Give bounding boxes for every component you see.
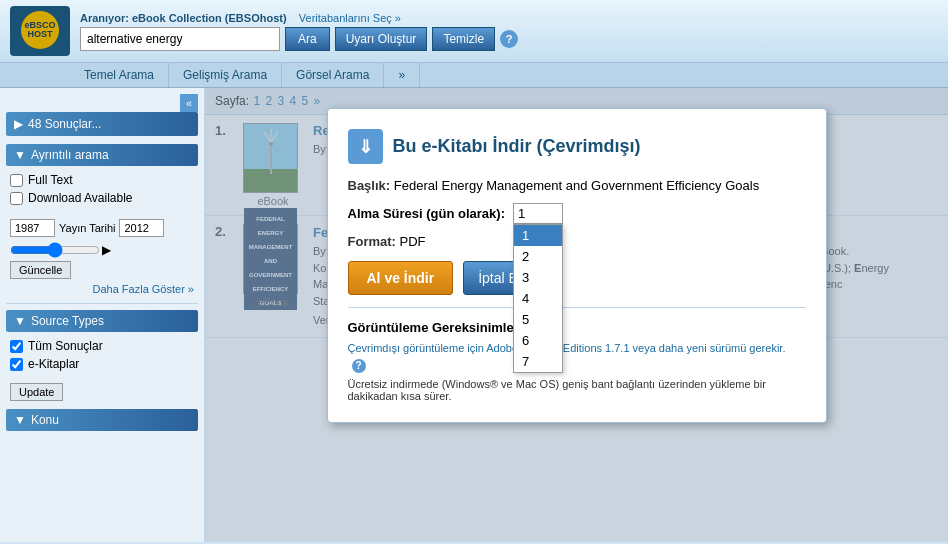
- searching-label: Aranıyor: eBook Collection (EBSOhost) Ve…: [80, 12, 938, 24]
- sidebar-toggle[interactable]: «: [180, 94, 198, 112]
- goruntuleme-text: Çevrimdışı görüntüleme için Adobe® Digit…: [348, 340, 806, 373]
- modal-overlay: ⇓ Bu e-Kitabı İndir (Çevrimdışı) Başlık:…: [205, 88, 948, 542]
- filter-download: Download Available: [6, 189, 198, 207]
- modal-title: ⇓ Bu e-Kitabı İndir (Çevrimdışı): [348, 129, 806, 164]
- ekitaplar-label: e-Kitaplar: [28, 357, 79, 371]
- results-label: 48 Sonuçlar...: [28, 117, 101, 131]
- format-value: PDF: [400, 234, 426, 249]
- content-area: Sayfa: 1 2 3 4 5 » 1.: [205, 88, 948, 542]
- download-icon: ⇓: [348, 129, 383, 164]
- alma-dropdown-wrapper: 1234 567 1 2 3 4 5 6 7: [513, 203, 563, 224]
- tab-gelismis-arama[interactable]: Gelişmiş Arama: [169, 63, 282, 87]
- tum-sonuclar-checkbox[interactable]: [10, 340, 23, 353]
- alma-dropdown-list: 1 2 3 4 5 6 7: [513, 224, 563, 373]
- modal-title-text: Bu e-Kitabı İndir (Çevrimdışı): [393, 136, 641, 157]
- goruntuleme-title: Görüntüleme Gereksinimleri: [348, 320, 806, 335]
- alma-option-2[interactable]: 2: [514, 246, 562, 267]
- konu-section: ▼ Konu: [6, 409, 198, 431]
- baslik-label: Başlık:: [348, 178, 391, 193]
- fulltext-label: Full Text: [28, 173, 72, 187]
- help-icon[interactable]: ?: [500, 30, 518, 48]
- source-types-arrow-icon: ▼: [14, 314, 26, 328]
- source-types-label: Source Types: [31, 314, 104, 328]
- searching-prefix: Aranıyor:: [80, 12, 129, 24]
- filter-ekitaplar: e-Kitaplar: [6, 355, 198, 373]
- tum-sonuclar-label: Tüm Sonuçlar: [28, 339, 103, 353]
- searching-db: eBook Collection (EBSOhost): [132, 12, 287, 24]
- daha-fazla-link[interactable]: Daha Fazla Göster »: [6, 281, 198, 297]
- advanced-section-label: Ayrıntılı arama: [31, 148, 109, 162]
- filter-fulltext: Full Text: [6, 171, 198, 189]
- konu-label: Konu: [31, 413, 59, 427]
- db-select-link[interactable]: Veritabanlarını Seç »: [299, 12, 401, 24]
- results-header: ▶ 48 Sonuçlar...: [6, 112, 198, 136]
- source-types-group: Tüm Sonuçlar e-Kitaplar: [6, 337, 198, 373]
- modal-divider: [348, 307, 806, 308]
- search-input-row: Ara Uyarı Oluştur Temizle ?: [80, 27, 938, 51]
- alma-option-5[interactable]: 5: [514, 309, 562, 330]
- update-button[interactable]: Update: [10, 383, 63, 401]
- guncelle-button[interactable]: Güncelle: [10, 261, 71, 279]
- alma-option-7[interactable]: 7: [514, 351, 562, 372]
- tab-more[interactable]: »: [384, 63, 420, 87]
- format-row: Format: PDF: [348, 234, 806, 249]
- alma-label: Alma Süresi (gün olarak):: [348, 206, 505, 221]
- temizle-button[interactable]: Temizle: [432, 27, 495, 51]
- goruntuleme-text-span: Çevrimdışı görüntüleme için Adobe® Digit…: [348, 342, 786, 354]
- results-arrow-icon: ▶: [14, 117, 23, 131]
- konu-arrow-icon: ▼: [14, 413, 26, 427]
- modal-baslik-field: Başlık: Federal Energy Management and Go…: [348, 178, 806, 193]
- nav-tabs: Temel Arama Gelişmiş Arama Görsel Arama …: [0, 63, 948, 88]
- alma-select[interactable]: 1234 567: [513, 203, 563, 224]
- year-range: Yayın Tarihi: [6, 215, 198, 241]
- alma-option-6[interactable]: 6: [514, 330, 562, 351]
- advanced-section-header[interactable]: ▼ Ayrıntılı arama: [6, 144, 198, 166]
- alma-row: Alma Süresi (gün olarak): 1234 567 1 2 3…: [348, 203, 806, 224]
- alma-option-4[interactable]: 4: [514, 288, 562, 309]
- header: eBSCOHOST Aranıyor: eBook Collection (EB…: [0, 0, 948, 63]
- ara-button[interactable]: Ara: [285, 27, 330, 51]
- advanced-arrow-icon: ▼: [14, 148, 26, 162]
- uyari-button[interactable]: Uyarı Oluştur: [335, 27, 428, 51]
- al-indir-button[interactable]: Al ve İndir: [348, 261, 454, 295]
- year-label: Yayın Tarihi: [59, 222, 115, 234]
- year-slider[interactable]: [10, 246, 100, 254]
- download-checkbox[interactable]: [10, 192, 23, 205]
- year-from-input[interactable]: [10, 219, 55, 237]
- download-modal: ⇓ Bu e-Kitabı İndir (Çevrimdışı) Başlık:…: [327, 108, 827, 423]
- alma-option-1[interactable]: 1: [514, 225, 562, 246]
- goruntuleme-info: Ücretsiz indirmede (Windows® ve Mac OS) …: [348, 378, 806, 402]
- main-layout: « ▶ 48 Sonuçlar... ▼ Ayrıntılı arama Ful…: [0, 88, 948, 542]
- sidebar: « ▶ 48 Sonuçlar... ▼ Ayrıntılı arama Ful…: [0, 88, 205, 542]
- source-types-section-header[interactable]: ▼ Source Types: [6, 310, 198, 332]
- tab-temel-arama[interactable]: Temel Arama: [70, 63, 169, 87]
- baslik-value: Federal Energy Management and Government…: [394, 178, 759, 193]
- alma-option-3[interactable]: 3: [514, 267, 562, 288]
- search-input[interactable]: [80, 27, 280, 51]
- year-to-input[interactable]: [119, 219, 164, 237]
- logo: eBSCOHOST: [10, 6, 70, 56]
- modal-buttons: Al ve İndir İptal Et: [348, 261, 806, 295]
- fulltext-checkbox[interactable]: [10, 174, 23, 187]
- tab-gorsel-arama[interactable]: Görsel Arama: [282, 63, 384, 87]
- konu-section-header[interactable]: ▼ Konu: [6, 409, 198, 431]
- download-label: Download Available: [28, 191, 133, 205]
- format-label: Format:: [348, 234, 396, 249]
- filter-group: Full Text Download Available: [6, 171, 198, 207]
- search-area: Aranıyor: eBook Collection (EBSOhost) Ve…: [80, 12, 938, 51]
- goruntuleme-help-icon[interactable]: ?: [352, 359, 366, 373]
- filter-tum-sonuclar: Tüm Sonuçlar: [6, 337, 198, 355]
- ekitaplar-checkbox[interactable]: [10, 358, 23, 371]
